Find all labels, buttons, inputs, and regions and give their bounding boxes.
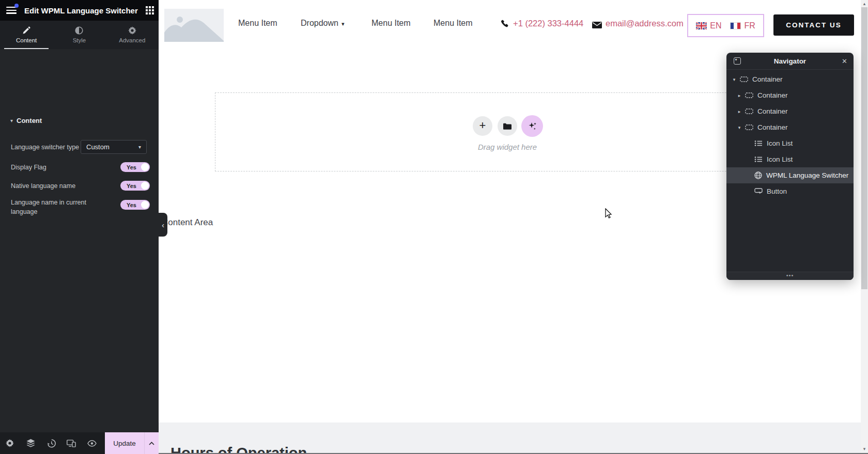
navigator-item-wpml-language-switcher[interactable]: WPML Language Switcher (726, 167, 854, 183)
navigator-resize-handle[interactable]: ••• (726, 272, 854, 280)
hours-of-operation-heading: Hours of Operation (171, 445, 307, 453)
toggle-knob (141, 182, 149, 190)
navigator-title: Navigator (726, 57, 854, 65)
contact-us-button[interactable]: CONTACT US (773, 14, 854, 36)
native-language-name-toggle[interactable]: Yes (120, 181, 150, 191)
panel-title: Edit WPML Language Switcher (24, 6, 138, 15)
sparkles-icon (528, 121, 537, 131)
navigator-dock-icon[interactable] (734, 57, 741, 65)
fr-flag-icon (730, 22, 741, 29)
container-icon (745, 92, 753, 98)
navigator-item-icon-list[interactable]: Icon List (726, 151, 854, 167)
panel-collapse-handle[interactable]: ‹ (159, 213, 167, 237)
menu-item-dropdown[interactable]: Dropdown▾ (301, 19, 344, 28)
switcher-type-select[interactable]: Custom ▾ (81, 140, 147, 154)
settings-gear-icon[interactable] (5, 439, 14, 448)
panel-body: ▾ Content Language switcher type Custom … (0, 49, 159, 432)
navigator-panel: Navigator ✕ ▾ Container ▸ Container ▸ Co… (726, 53, 854, 280)
drag-widget-hint: Drag widget here (456, 143, 559, 151)
chevron-down-icon: ▾ (342, 21, 345, 27)
content-section-header[interactable]: ▾ Content (10, 117, 42, 124)
tab-style[interactable]: Style (53, 21, 105, 49)
navigator-item-container[interactable]: ▾ Container (726, 119, 854, 135)
panel-header: Edit WPML Language Switcher (0, 0, 159, 21)
mouse-cursor (605, 208, 612, 218)
container-icon (745, 108, 753, 114)
menu-hamburger-icon[interactable] (6, 7, 17, 14)
history-icon[interactable] (47, 439, 56, 448)
layers-icon[interactable] (26, 439, 35, 448)
content-area-label: Content Area (162, 217, 213, 228)
button-icon (754, 188, 763, 195)
email-icon (592, 21, 602, 29)
container-icon (740, 76, 748, 82)
container-icon (745, 124, 753, 130)
panel-footer: Update (0, 432, 159, 454)
chevron-down-icon: ▾ (138, 144, 141, 150)
editor-panel: Edit WPML Language Switcher Content Styl… (0, 0, 159, 454)
preview-eye-icon[interactable] (87, 439, 97, 448)
menu-item-link[interactable]: Menu Item (238, 19, 277, 28)
gear-icon (128, 26, 136, 35)
icon-list-icon (754, 156, 763, 163)
pencil-icon (22, 26, 30, 35)
chevron-right-icon[interactable]: ▸ (737, 109, 742, 114)
navigator-item-button[interactable]: Button (726, 183, 854, 199)
chevron-up-icon[interactable] (144, 432, 159, 454)
language-name-current-label: Language name in current language (11, 198, 114, 216)
contrast-icon (75, 26, 83, 35)
chevron-down-icon[interactable]: ▾ (737, 125, 742, 130)
responsive-devices-icon[interactable] (67, 439, 76, 448)
widgets-grid-icon[interactable] (146, 6, 154, 15)
language-name-current-toggle[interactable]: Yes (120, 200, 150, 210)
navigator-item-container[interactable]: ▸ Container (726, 87, 854, 103)
native-language-name-label: Native language name (11, 181, 114, 191)
phone-icon (500, 20, 510, 28)
plus-icon: + (479, 120, 486, 131)
language-option-en[interactable]: EN (696, 21, 721, 30)
image-placeholder-icon (164, 9, 224, 42)
display-flag-toggle[interactable]: Yes (120, 162, 150, 172)
menu-item-link[interactable]: Menu Item (371, 19, 411, 28)
chevron-right-icon[interactable]: ▸ (737, 93, 742, 98)
email-link[interactable]: email@address.com (606, 19, 684, 28)
ai-builder-button[interactable] (521, 115, 543, 137)
chevron-left-icon: ‹ (162, 221, 164, 229)
navigator-header: Navigator ✕ (726, 53, 854, 70)
navigator-item-container[interactable]: ▾ Container (726, 71, 854, 87)
navigator-item-icon-list[interactable]: Icon List (726, 135, 854, 151)
tab-content[interactable]: Content (0, 21, 53, 49)
switcher-type-label: Language switcher type (11, 143, 81, 152)
next-section: Hours of Operation (159, 422, 861, 453)
navigator-item-container[interactable]: ▸ Container (726, 103, 854, 119)
notification-dot (14, 4, 19, 8)
menu-item-link[interactable]: Menu Item (433, 19, 473, 28)
toggle-knob (141, 163, 149, 171)
add-widget-button[interactable]: + (473, 116, 492, 136)
display-flag-label: Display Flag (11, 163, 114, 172)
wpml-language-switcher-widget[interactable]: EN FR (687, 14, 764, 37)
scroll-up-arrow-icon[interactable]: ▴ (861, 1, 868, 6)
scrollbar-thumb[interactable] (861, 7, 867, 289)
uk-flag-icon (696, 22, 707, 29)
navigator-tree: ▾ Container ▸ Container ▸ Container ▾ Co… (726, 71, 854, 199)
scroll-down-arrow-icon[interactable]: ▾ (861, 446, 868, 451)
panel-tabs: Content Style Advanced (0, 21, 159, 49)
vertical-scrollbar[interactable]: ▴ ▾ (861, 0, 868, 454)
update-button[interactable]: Update (105, 432, 159, 454)
elementor-editor: Menu Item Dropdown▾ Menu Item Menu Item … (0, 0, 868, 454)
language-option-fr[interactable]: FR (730, 21, 755, 30)
tab-advanced[interactable]: Advanced (106, 21, 159, 49)
globe-icon (754, 171, 762, 179)
toggle-knob (141, 201, 149, 209)
phone-link[interactable]: +1 (222) 333-4444 (513, 19, 583, 28)
logo-placeholder-image (164, 9, 224, 42)
icon-list-icon (754, 140, 763, 147)
chevron-down-icon: ▾ (10, 118, 13, 123)
close-icon[interactable]: ✕ (842, 57, 847, 65)
folder-icon (503, 123, 512, 130)
chevron-down-icon[interactable]: ▾ (732, 77, 737, 82)
template-library-button[interactable] (498, 116, 517, 136)
